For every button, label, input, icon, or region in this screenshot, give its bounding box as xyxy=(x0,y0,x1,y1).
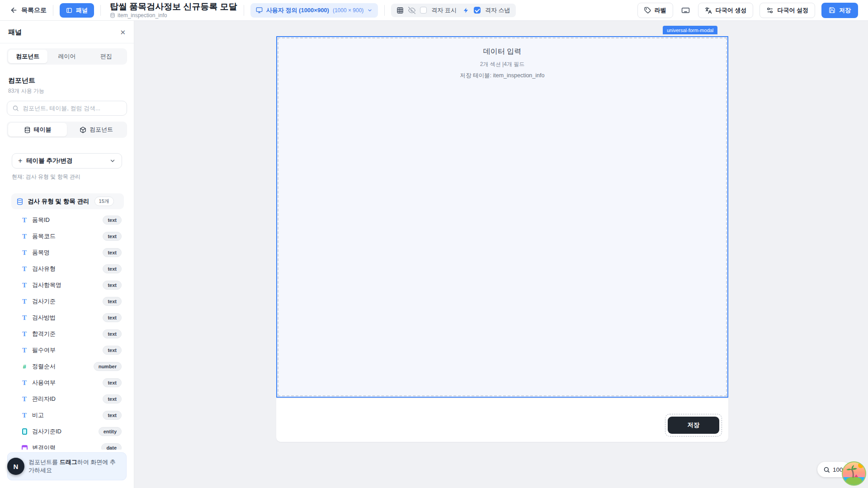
field-list-item[interactable]: T 비고 text xyxy=(11,407,124,423)
drag-tip: 컴포넌트를 드래그하여 화면에 추가하세요 N xyxy=(7,452,127,480)
back-to-list-label: 목록으로 xyxy=(21,6,47,14)
search-input[interactable] xyxy=(23,105,122,112)
close-icon[interactable]: ✕ xyxy=(120,29,126,36)
keyboard-shortcuts-button[interactable] xyxy=(679,4,692,16)
field-list-item[interactable]: T 관리자ID text xyxy=(11,391,124,407)
viewport-size-value: (1000 × 900) xyxy=(333,7,363,14)
snap-grid-checkbox[interactable] xyxy=(474,7,481,14)
field-scroll-area[interactable]: 검사 유형 및 항목 관리 15개 T 품목ID text T 품목코드 tex… xyxy=(7,193,127,450)
translate-icon xyxy=(705,7,712,14)
eye-off-icon[interactable] xyxy=(408,7,415,14)
collaborator-cursor-avatar: N xyxy=(7,458,24,475)
database-icon xyxy=(24,127,31,133)
table-group-header[interactable]: 검사 유형 및 항목 관리 15개 xyxy=(11,193,124,209)
text-type-icon: T xyxy=(22,266,27,272)
field-list-item[interactable]: T 검사방법 text xyxy=(11,310,124,326)
table-group-count-badge: 15개 xyxy=(94,197,114,206)
modal-section-summary: 2개 섹션 |4개 필드 xyxy=(277,61,727,68)
entity-type-icon xyxy=(22,428,27,435)
component-search[interactable] xyxy=(7,101,127,116)
text-type-icon: T xyxy=(22,412,27,419)
field-list-item[interactable]: T 품목ID text xyxy=(11,212,124,228)
island-emoji-sticker xyxy=(841,461,867,486)
number-type-icon: # xyxy=(23,364,26,370)
field-list-item[interactable]: 변경이력 date xyxy=(11,440,124,450)
source-toggle: 테이블 컴포넌트 xyxy=(7,122,127,138)
panel-title: 패널 xyxy=(8,28,22,37)
source-tab-component[interactable]: 컴포넌트 xyxy=(67,123,126,136)
keyboard-icon xyxy=(681,6,690,14)
tab-components[interactable]: 컴포넌트 xyxy=(8,50,47,63)
tag-icon xyxy=(644,7,651,14)
calendar-icon xyxy=(22,445,28,450)
plus-icon: + xyxy=(18,157,22,165)
back-to-list-button[interactable]: 목록으로 xyxy=(10,6,47,14)
divider xyxy=(244,5,244,16)
divider xyxy=(384,5,385,16)
field-list-item[interactable]: T 합격기준 text xyxy=(11,326,124,342)
left-panel: 패널 ✕ 컴포넌트 레이어 편집 컴포넌트 83개 사용 가능 xyxy=(0,21,134,488)
lightning-icon xyxy=(463,7,469,14)
component-type-label: universal-form-modal xyxy=(663,26,717,34)
tab-layers[interactable]: 레이어 xyxy=(47,50,87,63)
text-type-icon: T xyxy=(22,233,27,240)
universal-form-modal-dropzone[interactable]: 데이터 입력 2개 섹션 |4개 필드 저장 테이블: item_inspect… xyxy=(276,36,728,398)
monitor-icon xyxy=(256,7,263,14)
text-type-icon: T xyxy=(22,380,27,386)
modal-save-button[interactable]: 저장 xyxy=(668,417,719,434)
app-root: 목록으로 패널 탑씰 품목검사정보 신규등록 모달 item_inspectio… xyxy=(0,0,868,488)
viewport-size-button[interactable]: 사용자 정의 (1000×900) (1000 × 900) xyxy=(250,3,378,18)
field-list-item[interactable]: T 품목명 text xyxy=(11,244,124,261)
source-tab-table[interactable]: 테이블 xyxy=(8,123,67,136)
top-toolbar: 목록으로 패널 탑씰 품목검사정보 신규등록 모달 item_inspectio… xyxy=(0,0,868,21)
tab-edit[interactable]: 편집 xyxy=(86,50,126,63)
i18n-generate-button[interactable]: 다국어 생성 xyxy=(698,3,754,18)
field-list-item[interactable]: T 검사기준 text xyxy=(11,293,124,310)
table-group-name: 검사 유형 및 항목 관리 xyxy=(28,197,90,206)
selected-element-outline: 저장 xyxy=(665,414,722,436)
modal-title: 데이터 입력 xyxy=(277,47,727,56)
modal-footer: 저장 xyxy=(276,399,728,442)
i18n-settings-button[interactable]: 다국어 설정 xyxy=(760,3,815,18)
viewport-label: 사용자 정의 (1000×900) xyxy=(266,6,329,14)
text-type-icon: T xyxy=(22,331,27,338)
components-count: 83개 사용 가능 xyxy=(8,87,126,95)
field-list-item[interactable]: T 검사유형 text xyxy=(11,261,124,277)
label-mode-button[interactable]: 라벨 xyxy=(637,3,673,18)
text-type-icon: T xyxy=(22,217,27,224)
divider xyxy=(100,5,101,16)
panel-toggle-button[interactable]: 패널 xyxy=(60,3,94,18)
text-type-icon: T xyxy=(22,282,27,289)
database-icon xyxy=(16,198,24,205)
panel-icon xyxy=(66,7,72,14)
grid-icon[interactable] xyxy=(396,7,404,14)
arrow-left-icon xyxy=(10,6,18,14)
text-type-icon: T xyxy=(22,298,27,305)
field-list-item[interactable]: 검사기준ID entity xyxy=(11,423,124,440)
bound-table-name: item_inspection_info xyxy=(118,12,167,19)
current-table-label: 현재: 검사 유형 및 항목 관리 xyxy=(12,173,122,181)
magnifier-icon xyxy=(823,466,830,473)
cube-icon xyxy=(80,127,86,133)
show-grid-label: 격자 표시 xyxy=(431,6,457,14)
sliders-icon xyxy=(766,7,774,14)
search-icon xyxy=(12,105,19,112)
snap-grid-label: 격자 스냅 xyxy=(485,6,510,14)
field-list-item[interactable]: T 품목코드 text xyxy=(11,228,124,244)
show-grid-checkbox[interactable] xyxy=(420,7,427,14)
field-list-item[interactable]: T 필수여부 text xyxy=(11,342,124,358)
add-table-dropdown[interactable]: + 테이블 추가/변경 xyxy=(12,153,122,169)
modal-save-table-info: 저장 테이블: item_inspection_info xyxy=(277,72,727,80)
text-type-icon: T xyxy=(22,314,27,321)
text-type-icon: T xyxy=(22,347,27,354)
grid-controls: 격자 표시 격자 스냅 xyxy=(391,4,515,17)
field-list-item[interactable]: T 검사항목명 text xyxy=(11,277,124,293)
field-list-item[interactable]: T 사용여부 text xyxy=(11,375,124,391)
field-list-item[interactable]: # 정렬순서 number xyxy=(11,358,124,375)
text-type-icon: T xyxy=(22,396,27,403)
save-button[interactable]: 저장 xyxy=(821,3,858,18)
chevron-down-icon xyxy=(109,158,116,164)
text-type-icon: T xyxy=(22,249,27,256)
panel-tabs: 컴포넌트 레이어 편집 xyxy=(7,48,127,65)
floppy-icon xyxy=(829,7,835,14)
